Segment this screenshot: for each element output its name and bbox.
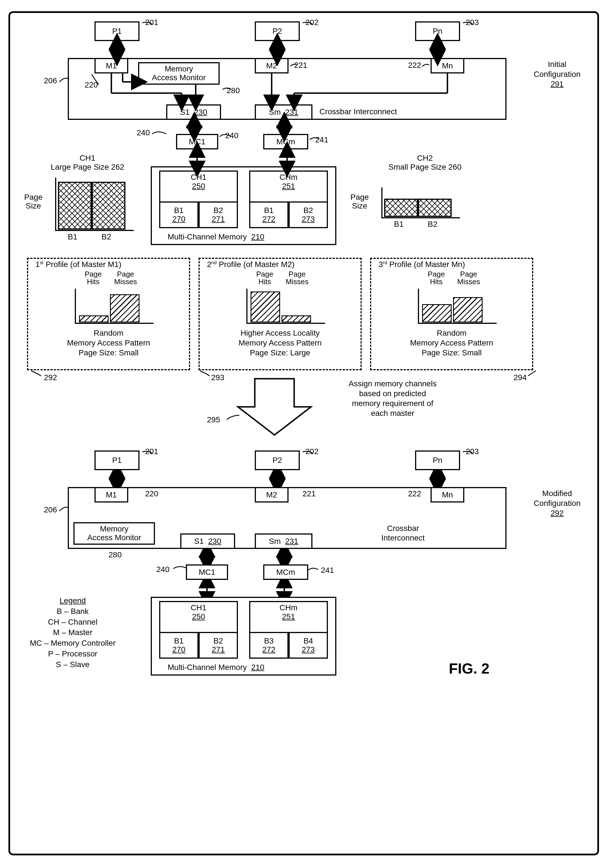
memory-access-monitor-top: Memory Access Monitor	[138, 62, 220, 85]
master-m2-top: M2	[255, 58, 289, 73]
p2-desc: Higher Access Locality Memory Access Pat…	[201, 328, 359, 358]
ref-220-top: 220	[85, 81, 98, 90]
mamb2: Access Monitor	[87, 533, 141, 542]
mcmrb: 210	[251, 663, 265, 672]
ref-240a-top: 240	[137, 128, 150, 137]
b4rb: 273	[302, 645, 315, 654]
ch1-b1-x: B1	[68, 232, 77, 242]
p1h1: Page	[85, 270, 102, 278]
ref-280-top: 280	[227, 86, 240, 95]
chmrb: 251	[282, 612, 295, 621]
slave-sm-top: Sm 231	[255, 104, 313, 120]
p3-bar-miss	[453, 297, 483, 322]
p2l3: Page Size: Large	[201, 348, 359, 358]
ref-295: 295	[207, 415, 220, 424]
memory-label-top: Multi-Channel Memory 210	[168, 232, 265, 242]
master-m1-label: M1	[106, 61, 117, 70]
at3: memory requirement of	[314, 398, 471, 408]
mcm-label: MCm	[277, 137, 295, 146]
p3-desc: Random Memory Access Pattern Page Size: …	[373, 328, 531, 358]
ch1-side-axis: Page Size	[24, 193, 42, 211]
b1rb: 270	[172, 645, 186, 654]
chmlb: CHm	[280, 603, 297, 612]
p3-head-hits: Page Hits	[428, 270, 445, 286]
profile1-title: 1st Profile (of Master M1)	[36, 260, 122, 269]
s1rb: 230	[208, 537, 221, 546]
mcmtb: Multi-Channel Memory	[168, 663, 247, 672]
processor-p2-b: P2	[255, 451, 300, 470]
ch1-axis1: Page	[24, 193, 42, 202]
ch2-side-title: CH2 Small Page Size 260	[373, 153, 477, 172]
at1: Assign memory channels	[314, 379, 471, 389]
ref-292-p1: 292	[44, 373, 57, 382]
master-mn-bot: Mn	[430, 487, 464, 502]
ref-241-b: 241	[321, 566, 334, 575]
ref-294-p3: 294	[514, 373, 527, 382]
pnb: Pn	[433, 456, 442, 465]
p1l3: Page Size: Small	[30, 348, 187, 358]
p3h2: Page	[457, 270, 480, 278]
b2lb: B2	[213, 637, 223, 645]
legend-r1: CH – Channel	[30, 617, 116, 628]
b2-chm-label: B2	[303, 206, 313, 215]
modl2: Configuration	[516, 498, 598, 508]
ch2-side-l1: CH2	[373, 153, 477, 163]
figure-container: P1 P2 Pn 201 202 203 M1 M2 Mn 220 221 22…	[8, 11, 599, 856]
figure-number: FIG. 2	[449, 660, 489, 677]
p3h1: Page	[428, 270, 445, 278]
b3lb: B3	[264, 637, 274, 645]
processor-p1-b: P1	[94, 451, 139, 470]
mcmb: MCm	[277, 568, 295, 577]
p1-head-miss: Page Misses	[114, 270, 137, 286]
crossbar-label-top: Crossbar Interconnect	[319, 107, 397, 116]
chm-label: CHm	[280, 173, 297, 182]
mcm-ref: 210	[251, 232, 265, 241]
initial-ref: 291	[516, 79, 598, 89]
processor-pn-b: Pn	[415, 451, 460, 470]
p1-head-hits: Page Hits	[85, 270, 102, 286]
ref-222-top: 222	[408, 61, 421, 70]
ch1-bar-b1	[58, 182, 92, 229]
ch2-axis2: Size	[350, 202, 369, 211]
chm-ref: 251	[282, 182, 295, 191]
legend-block: Legend B – Bank CH – Channel M – Master …	[30, 595, 116, 670]
mam-line1: Memory	[164, 65, 193, 73]
p3-head-miss: Page Misses	[457, 270, 480, 286]
assign-text: Assign memory channels based on predicte…	[314, 379, 471, 418]
legend-r0: B – Bank	[30, 606, 116, 617]
sm-ref: 231	[285, 108, 299, 117]
p3tb: Profile (of Master Mn)	[387, 260, 465, 269]
p2h1: Page	[256, 270, 273, 278]
p2-bar-hits	[251, 291, 280, 322]
b2-ch1-top: B2 271	[198, 202, 238, 228]
p3l1: Random	[373, 328, 531, 338]
p2tb: Profile (of Master M2)	[217, 260, 294, 269]
ch1-bar-b2	[92, 182, 125, 229]
b2-chm-top: B2 273	[289, 202, 328, 228]
modified-config-label: Modified Configuration 292	[516, 488, 598, 518]
memory-label-bot: Multi-Channel Memory 210	[168, 663, 265, 672]
ch1-ref: 250	[192, 182, 205, 191]
modref: 292	[516, 508, 598, 518]
p3s1: Hits	[428, 278, 445, 285]
mc1-bot: MC1	[186, 564, 228, 580]
ref-202-b: 202	[305, 447, 319, 456]
p3l3: Page Size: Small	[373, 348, 531, 358]
smlb: Sm	[269, 537, 281, 546]
sm-label: Sm	[269, 108, 281, 117]
b1-ch1-bot: B1 270	[159, 632, 198, 659]
ch1-label: CH1	[191, 173, 206, 182]
p1b: P1	[112, 456, 122, 465]
legend-title: Legend	[30, 595, 116, 606]
m1b: M1	[106, 490, 117, 499]
p2-head-miss: Page Misses	[286, 270, 308, 286]
b2rb: 271	[212, 645, 225, 654]
ch1-b2-x: B2	[102, 232, 111, 242]
ch2-bar-b1	[384, 198, 418, 217]
profile2-title: 2nd Profile (of Master M2)	[207, 260, 294, 269]
ch1rb: 250	[192, 612, 205, 621]
profile3-title: 3rd Profile (of Master Mn)	[379, 260, 465, 269]
master-mn-top: Mn	[430, 58, 464, 73]
mamb1: Memory	[100, 525, 128, 533]
ref-203: 203	[466, 18, 479, 27]
